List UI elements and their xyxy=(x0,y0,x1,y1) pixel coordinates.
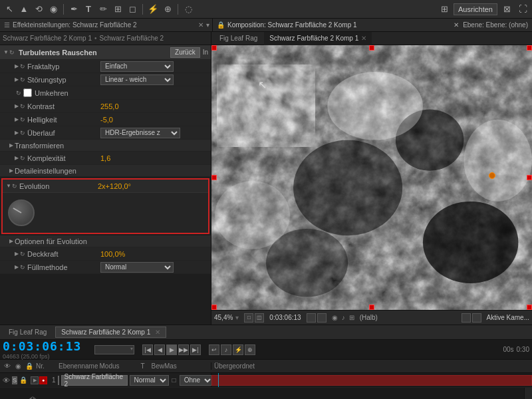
workspace-icon[interactable]: ⊠ xyxy=(500,3,513,16)
kompl-expand[interactable]: ▶ xyxy=(13,155,20,162)
comp-close-button[interactable]: ✕ xyxy=(454,21,459,29)
tool-roto[interactable]: ◌ xyxy=(182,3,195,16)
effect-group-turbulentes[interactable]: ↻ Turbulentes Rauschen Zurück In xyxy=(0,45,211,60)
tool-extra[interactable]: ⊕ xyxy=(161,3,174,16)
tool-arrow[interactable]: ↖ xyxy=(3,3,16,16)
layer-timeline-bar[interactable] xyxy=(211,375,532,386)
frame-btn[interactable]: ◫ xyxy=(255,313,264,323)
view-channel-btn[interactable] xyxy=(472,313,481,323)
playback-prev-btn[interactable]: |◀ xyxy=(142,344,153,355)
playback-fwd-btn[interactable]: ▶▶ xyxy=(178,344,189,355)
camera-label[interactable]: Aktive Kame... xyxy=(487,314,529,321)
komplexitaet-value[interactable]: 1,6 xyxy=(100,154,208,162)
evolution-knob[interactable] xyxy=(8,200,35,226)
view-mode-btn[interactable] xyxy=(462,313,471,323)
group-collapse-icon[interactable] xyxy=(3,49,9,56)
comp-tab-fig-leaf[interactable]: Fig Leaf Rag xyxy=(214,32,263,45)
evol-options-section[interactable]: ▶ Optionen für Evolution xyxy=(0,235,211,247)
timeline-search[interactable] xyxy=(94,345,134,354)
evol-opt-expand[interactable]: ▶ xyxy=(8,238,15,245)
timeline-tab-schwarz[interactable]: Schwarz Farbfläche 2 Komp 1 ✕ xyxy=(55,327,166,338)
loop-btn[interactable]: ↩ xyxy=(209,344,219,355)
timeline-tabs: Fig Leaf Rag Schwarz Farbfläche 2 Komp 1… xyxy=(0,325,532,340)
layer-lock-btn[interactable]: 🔒 xyxy=(19,376,27,384)
evolution-section: ↻ Evolution 2x+120,0° xyxy=(1,178,209,234)
layer-solo-btn[interactable]: S xyxy=(12,376,17,384)
separator-3 xyxy=(178,4,178,15)
timeline-timecode[interactable]: 0:03:06:13 xyxy=(3,339,89,353)
panel-menu-icon[interactable]: ☰ xyxy=(4,21,10,29)
deck-expand[interactable]: ▶ xyxy=(13,251,20,257)
tool-stamp[interactable]: ⊞ xyxy=(111,3,124,16)
layer-color-swatch[interactable] xyxy=(58,376,59,385)
tool-eraser[interactable]: ◻ xyxy=(126,3,139,16)
detail-section[interactable]: ▶ Detaileinstellungen xyxy=(0,165,211,177)
snap-btn[interactable] xyxy=(307,313,316,323)
detail-expand[interactable]: ▶ xyxy=(8,168,15,174)
fuell-expand[interactable]: ▶ xyxy=(13,264,20,271)
tool-text[interactable]: T xyxy=(82,3,95,16)
comp-tab2-close[interactable]: ✕ xyxy=(361,35,366,42)
cache-btn[interactable]: ⊕ xyxy=(245,344,255,355)
layer-record-btn[interactable]: ● xyxy=(39,376,47,384)
tl-scrollbar-right[interactable] xyxy=(524,388,532,399)
breadcrumb-item-1[interactable]: Schwarz Farbfläche 2 Komp 1 xyxy=(3,35,92,42)
umkehren-checkbox[interactable] xyxy=(23,88,32,97)
quality-btn[interactable]: □ xyxy=(244,313,253,323)
kontrast-expand[interactable]: ▶ xyxy=(13,103,20,110)
tool-camera[interactable]: ◉ xyxy=(47,3,60,16)
panel-expand-button[interactable]: ▾ xyxy=(206,21,209,29)
tool-rotate[interactable]: ⟲ xyxy=(32,3,45,16)
audio-btn[interactable]: ♪ xyxy=(221,344,231,355)
zurueck-button[interactable]: Zurück xyxy=(170,47,200,58)
evol-expand[interactable] xyxy=(5,183,12,190)
tool-select[interactable]: ▲ xyxy=(17,3,31,16)
tool-pen[interactable]: ✒ xyxy=(67,3,80,16)
deckkraft-value[interactable]: 100,0% xyxy=(100,250,208,258)
layer-parent-dropdown[interactable]: Ohne xyxy=(180,375,213,386)
modus-col-header: Modus xyxy=(100,362,140,370)
layer-visibility-btn[interactable]: 👁 xyxy=(3,376,10,384)
fraktal-expand[interactable]: ▶ xyxy=(13,63,20,70)
quality-label[interactable]: (Halb) xyxy=(360,314,378,321)
comp-tab-schwarz[interactable]: Schwarz Farbfläche 2 Komp 1 ✕ xyxy=(264,32,372,45)
marker-top-right xyxy=(527,45,532,51)
expand-icon[interactable]: ⛶ xyxy=(516,3,529,16)
layer-modus-dropdown[interactable]: Normal xyxy=(130,375,169,386)
fuellmethode-dropdown[interactable]: Normal xyxy=(100,262,174,273)
tool-puppet[interactable]: ⚡ xyxy=(146,3,160,16)
draft-btn[interactable]: ⚡ xyxy=(233,344,243,355)
ausrichten-button[interactable]: Ausrichten xyxy=(454,3,497,15)
tool-brush[interactable]: ✏ xyxy=(96,3,110,16)
stoerungstyp-dropdown[interactable]: Linear - weich xyxy=(100,74,174,85)
playback-next-btn[interactable]: ▶| xyxy=(190,344,201,355)
bewmas-col-header: BewMas xyxy=(152,362,178,370)
panel-close-button[interactable]: ✕ xyxy=(198,21,203,29)
tl-tab2-close[interactable]: ✕ xyxy=(155,329,160,336)
evolution-value[interactable]: 2x+120,0° xyxy=(98,182,205,190)
zoom-dropdown-icon[interactable]: ▾ xyxy=(235,314,239,321)
kontrast-value[interactable]: 255,0 xyxy=(100,102,208,110)
nr-col-header: Nr. xyxy=(36,362,49,370)
playback-play-btn[interactable]: ▶ xyxy=(166,344,177,355)
zoom-level[interactable]: 45,4% xyxy=(214,314,233,321)
helligkeit-value[interactable]: -5,0 xyxy=(100,116,208,124)
ueberlauf-dropdown[interactable]: HDR-Ergebnisse z xyxy=(100,128,180,138)
playback-back-btn[interactable]: ◀ xyxy=(154,344,165,355)
hell-expand[interactable]: ▶ xyxy=(13,116,20,123)
layer-play-btn[interactable]: ▶ xyxy=(31,376,39,384)
transformieren-section[interactable]: ▶ Transformieren xyxy=(0,140,211,152)
snap-icon[interactable]: ⊞ xyxy=(438,3,451,16)
layer-3d-icon: □ xyxy=(172,376,176,384)
render-btn[interactable] xyxy=(317,313,327,323)
breadcrumb-item-2[interactable]: Schwarz Farbfläche 2 xyxy=(99,35,164,42)
timeline-playhead[interactable] xyxy=(218,373,219,387)
fraktaltyp-dropdown[interactable]: Einfach xyxy=(100,61,174,72)
transform-expand[interactable]: ▶ xyxy=(8,142,15,149)
ueber-expand[interactable]: ▶ xyxy=(13,130,20,136)
layer-name-box[interactable]: Schwarz Farbfläche 2 xyxy=(61,375,128,386)
timeline-tab-fig-leaf[interactable]: Fig Leaf Rag xyxy=(3,327,53,338)
stoer-expand[interactable]: ▶ xyxy=(13,76,20,83)
comp-viewer[interactable]: ↖ xyxy=(211,45,532,310)
marker-mid-left xyxy=(211,175,217,180)
